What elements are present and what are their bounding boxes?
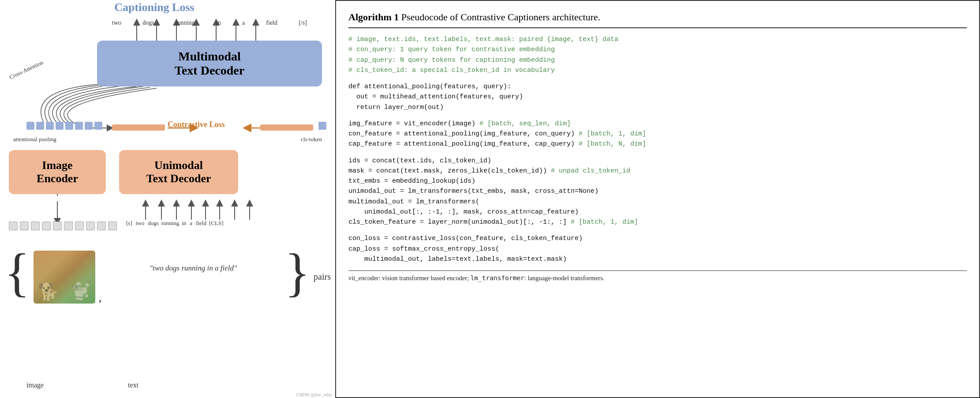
pairs-label: pairs — [314, 272, 331, 282]
code-loss: con_loss = contrastive_loss(con_feature,… — [348, 233, 967, 264]
code-comments: # image, text.ids, text.labels, text.mas… — [348, 34, 967, 75]
cls-token-tokens — [318, 122, 326, 130]
algorithm-title: Algorithm 1 Pseudocode of Contrastive Ca… — [348, 11, 967, 28]
contrastive-loss-label: Contrastive Loss — [168, 120, 225, 129]
orange-bar-right — [260, 124, 313, 131]
code-block: # image, text.ids, text.labels, text.mas… — [348, 34, 967, 264]
cls-token-label: cls-token — [301, 136, 322, 143]
tokens-top-row: two dogs running in a field [/s] — [101, 19, 318, 26]
text-label: text — [128, 381, 138, 389]
algorithm-footer: vit_encoder: vision transformer based en… — [348, 270, 967, 282]
code-ids-mask: ids = concat(text.ids, cls_token_id) mas… — [348, 156, 967, 228]
unimodal-text-decoder-box: Unimodal Text Decoder — [119, 150, 238, 194]
attentional-pooling-tokens — [26, 122, 102, 130]
tokens-bottom-row: [s] two dogs running in a field [CLS] — [126, 220, 223, 227]
image-encoder-box: Image Encoder — [9, 150, 106, 194]
csdn-credit: CSDN @jiw_whz — [296, 392, 332, 397]
multimodal-text-decoder-box: Multimodal Text Decoder — [97, 41, 322, 86]
cross-attention-label: Cross-Attention — [8, 59, 45, 81]
caption-text: "two dogs running in a field" — [105, 242, 281, 273]
attentional-pooling-label: attentional pooling — [13, 136, 56, 143]
algorithm-panel: Algorithm 1 Pseudocode of Contrastive Ca… — [335, 0, 980, 398]
captioning-loss-label: Captioning Loss — [0, 1, 309, 14]
orange-bar-left — [112, 124, 165, 131]
image-label: image — [26, 381, 44, 389]
pairs-section: { 🐕 🐩 , "two dogs running in a field" } … — [4, 242, 331, 304]
image-patches-row — [9, 222, 117, 230]
code-attentional-pooling: def attentional_pooling(features, query)… — [348, 82, 967, 113]
code-features: img_feature = vit_encoder(image) # [batc… — [348, 119, 967, 150]
